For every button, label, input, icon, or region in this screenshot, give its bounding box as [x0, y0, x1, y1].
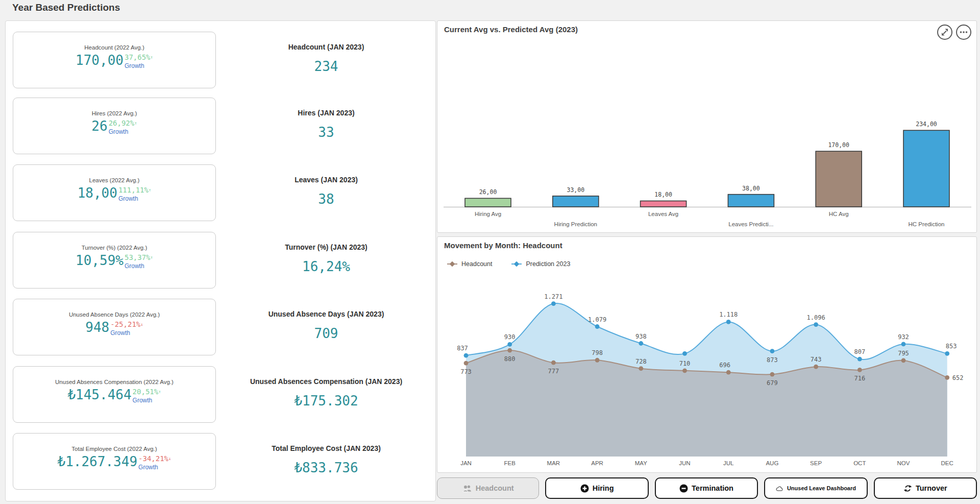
data-point[interactable]: [901, 358, 906, 363]
growth-arrow-icon: ↑: [158, 389, 161, 394]
bar-leaves-avg[interactable]: [641, 201, 687, 207]
data-point[interactable]: [507, 342, 512, 347]
kpi-pred-label: Turnover (%) (JAN 2023): [222, 243, 430, 251]
data-point[interactable]: [857, 368, 862, 372]
data-point[interactable]: [507, 348, 512, 353]
kpi-growth: 111,11%↑ Growth: [118, 186, 151, 202]
data-point[interactable]: [857, 357, 862, 362]
data-point[interactable]: [595, 324, 600, 329]
kpi-growth: -34,21%↓ Growth: [138, 455, 171, 471]
data-point[interactable]: [551, 301, 556, 306]
kpi-avg-label: Unused Absences Compensation (2022 Avg.): [13, 379, 215, 385]
area-chart-pane: Movement by Month: Headcount Headcount P…: [437, 236, 977, 473]
kpi-value-row: 948 -25,21%↓ Growth: [13, 321, 215, 337]
kpi-growth-label: Growth: [110, 329, 130, 337]
data-point[interactable]: [814, 365, 818, 369]
chart-label: 710: [679, 360, 691, 367]
data-point[interactable]: [464, 353, 469, 358]
kpi-prediction[interactable]: Unused Absences Compensation (JAN 2023) …: [222, 366, 430, 423]
kpi-prediction[interactable]: Unused Absence Days (JAN 2023) 709: [222, 299, 430, 355]
data-point[interactable]: [639, 366, 643, 371]
data-point[interactable]: [682, 351, 687, 356]
kpi-value-row: 10,59% 53,37%↑ Growth: [13, 254, 215, 270]
kpi-avg-value: 948: [85, 321, 109, 334]
bar-hiring-avg[interactable]: [465, 198, 511, 207]
chart-label: HC Prediction: [909, 221, 945, 227]
chart-label: 932: [898, 333, 909, 341]
chart-label: 798: [592, 349, 603, 356]
chart-label: 795: [898, 350, 909, 357]
kpi-card[interactable]: Turnover (%) (2022 Avg.) 10,59% 53,37%↑ …: [13, 232, 216, 289]
footer-button-label: Hiring: [593, 484, 614, 492]
bar-hiring-prediction[interactable]: [553, 196, 599, 207]
data-point[interactable]: [595, 358, 600, 363]
chart-label: 837: [457, 345, 468, 352]
headcount-button[interactable]: Headcount: [437, 477, 539, 499]
chart-label: 652: [952, 374, 964, 381]
kpi-pred-label: Headcount (JAN 2023): [222, 43, 430, 51]
unused-leave-dashboard-button[interactable]: Unused Leave Dashboard: [764, 477, 867, 499]
chart-label: 26,00: [479, 188, 497, 196]
kpi-avg-value: 18,00: [78, 186, 117, 200]
chart-label: JUL: [723, 460, 734, 466]
kpi-avg-label: Total Employee Cost (2022 Avg.): [13, 446, 215, 452]
bar-chart[interactable]: 26,00Hiring Avg33,00Hiring Prediction18,…: [437, 21, 977, 233]
kpi-prediction[interactable]: Headcount (JAN 2023) 234: [222, 32, 430, 88]
growth-arrow-icon: ↑: [151, 55, 153, 60]
data-point[interactable]: [639, 341, 643, 346]
data-point[interactable]: [726, 370, 731, 375]
chart-label: Hiring Prediction: [554, 221, 597, 227]
minus-circle-icon: [679, 484, 688, 493]
bar-hc-prediction[interactable]: [903, 130, 949, 207]
kpi-growth-label: Growth: [109, 128, 129, 135]
bar-leaves-predicti-[interactable]: [728, 195, 774, 207]
kpi-card[interactable]: Unused Absences Compensation (2022 Avg.)…: [13, 366, 216, 423]
kpi-row: Unused Absence Days (2022 Avg.) 948 -25,…: [6, 299, 435, 355]
kpi-pred-label: Unused Absences Compensation (JAN 2023): [222, 377, 430, 386]
footer-button-label: Headcount: [476, 484, 514, 492]
area-chart[interactable]: 8379301.2711.0799381.1188731.09680793285…: [437, 237, 977, 473]
chart-label: 873: [767, 356, 778, 364]
data-point[interactable]: [770, 372, 775, 377]
data-point[interactable]: [945, 351, 949, 356]
kpi-card[interactable]: Leaves (2022 Avg.) 18,00 111,11%↑ Growth: [13, 164, 216, 221]
kpi-card[interactable]: Hires (2022 Avg.) 26 26,92%↑ Growth: [13, 98, 216, 154]
kpi-prediction[interactable]: Leaves (JAN 2023) 38: [222, 164, 430, 221]
chart-label: 696: [719, 362, 730, 369]
kpi-card[interactable]: Total Employee Cost (2022 Avg.) ₺1.267.3…: [13, 433, 216, 490]
chart-label: 716: [854, 375, 865, 382]
data-point[interactable]: [682, 368, 687, 373]
data-point[interactable]: [945, 375, 949, 380]
kpi-avg-label: Hires (2022 Avg.): [13, 110, 215, 116]
kpi-prediction[interactable]: Turnover (%) (JAN 2023) 16,24%: [222, 232, 430, 289]
chart-label: 880: [504, 355, 516, 363]
kpi-avg-value: 10,59%: [76, 254, 124, 267]
chart-label: DEC: [941, 460, 953, 466]
kpi-prediction[interactable]: Hires (JAN 2023) 33: [222, 98, 430, 154]
chart-label: JUN: [679, 460, 690, 466]
kpi-value-row: ₺145.464 20,51%↑ Growth: [13, 388, 215, 404]
hiring-button[interactable]: Hiring: [545, 477, 648, 499]
footer-button-row: Headcount Hiring Termination Unused Leav…: [437, 477, 977, 499]
kpi-growth-pct: 37,65%↑: [125, 54, 153, 61]
data-point[interactable]: [551, 361, 556, 365]
data-point[interactable]: [464, 361, 469, 366]
data-point[interactable]: [726, 320, 731, 324]
data-point[interactable]: [814, 322, 818, 327]
footer-button-label: Unused Leave Dashboard: [787, 485, 856, 491]
kpi-prediction[interactable]: Total Employee Cost (JAN 2023) ₺833.736: [222, 433, 430, 490]
data-point[interactable]: [901, 342, 906, 347]
footer-button-label: Termination: [692, 484, 733, 492]
kpi-card[interactable]: Unused Absence Days (2022 Avg.) 948 -25,…: [13, 299, 216, 355]
chart-label: Leaves Predicti...: [728, 221, 773, 227]
kpi-card[interactable]: Headcount (2022 Avg.) 170,00 37,65%↑ Gro…: [13, 32, 216, 88]
page-title: Year Based Predictions: [12, 2, 120, 13]
chart-label: 1.271: [544, 293, 562, 300]
turnover-button[interactable]: Turnover: [874, 477, 977, 499]
growth-arrow-icon: ↑: [134, 121, 137, 126]
kpi-growth-pct: 20,51%↑: [133, 388, 161, 395]
data-point[interactable]: [770, 349, 775, 353]
termination-button[interactable]: Termination: [655, 477, 758, 499]
kpi-value-row: 18,00 111,11%↑ Growth: [13, 186, 215, 202]
bar-hc-avg[interactable]: [816, 151, 862, 207]
